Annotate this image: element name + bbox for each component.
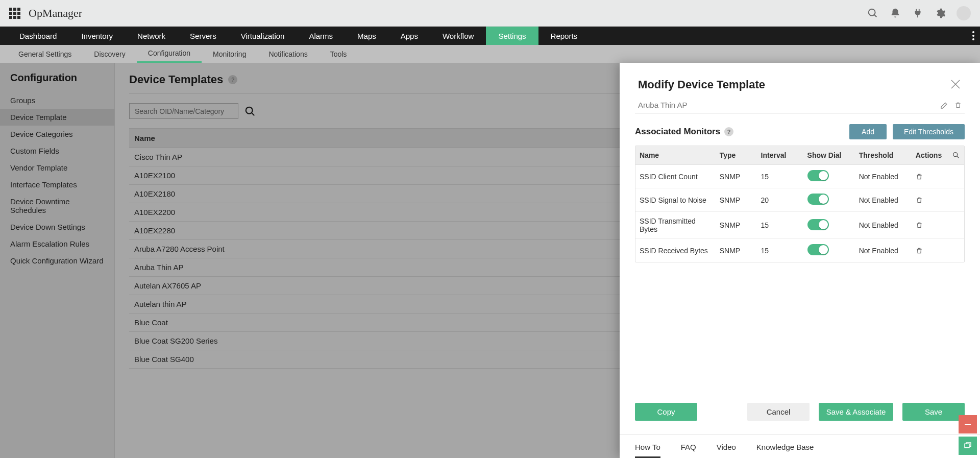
add-button[interactable]: Add [849, 124, 887, 139]
main-area: Configuration GroupsDevice TemplateDevic… [0, 63, 980, 458]
help-icon[interactable]: ? [724, 127, 733, 136]
show-dial-toggle[interactable] [807, 219, 829, 230]
show-dial-toggle[interactable] [807, 194, 829, 205]
more-menu-icon[interactable] [972, 27, 975, 45]
panel-title: Modify Device Template [638, 78, 765, 91]
nav-tab-servers[interactable]: Servers [178, 27, 229, 45]
mon-interval: 15 [757, 165, 803, 188]
topbar: OpManager [0, 0, 980, 27]
delete-icon[interactable] [954, 101, 962, 109]
cancel-button[interactable]: Cancel [747, 403, 810, 421]
help-tab-faq[interactable]: FAQ [681, 443, 696, 458]
nav-tab-maps[interactable]: Maps [345, 27, 388, 45]
svg-point-0 [869, 9, 875, 15]
subnav-tools[interactable]: Tools [319, 45, 358, 63]
trash-icon[interactable] [916, 221, 944, 229]
search-icon[interactable] [867, 7, 879, 19]
mcol-search[interactable] [948, 146, 964, 165]
edit-icon[interactable] [940, 101, 948, 109]
svg-rect-12 [965, 444, 969, 448]
avatar[interactable] [957, 6, 971, 20]
mon-name: SSID Client Count [635, 165, 716, 188]
trash-icon[interactable] [916, 247, 944, 255]
trash-icon[interactable] [916, 196, 944, 204]
nav-tab-virtualization[interactable]: Virtualization [229, 27, 297, 45]
main-nav: DashboardInventoryNetworkServersVirtuali… [0, 27, 980, 45]
mcol-name: Name [635, 146, 716, 165]
device-name-row: Aruba Thin AP [635, 101, 965, 114]
fab-expand[interactable] [959, 437, 977, 455]
mcol-interval: Interval [757, 146, 803, 165]
svg-point-3 [972, 35, 974, 37]
close-icon[interactable] [950, 79, 962, 90]
nav-tab-alarms[interactable]: Alarms [297, 27, 345, 45]
trash-icon[interactable] [916, 173, 944, 181]
apps-grid-icon[interactable] [9, 8, 20, 19]
svg-point-9 [953, 153, 957, 157]
mon-interval: 20 [757, 188, 803, 212]
save-button[interactable]: Save [902, 403, 965, 421]
monitor-row: SSID Received BytesSNMP15Not Enabled [635, 239, 964, 262]
fab-minimize[interactable] [959, 415, 977, 433]
nav-tab-reports[interactable]: Reports [538, 27, 590, 45]
mcol-actions: Actions [912, 146, 948, 165]
svg-point-2 [972, 31, 974, 33]
help-tabs: How ToFAQVideoKnowledge Base [620, 434, 980, 458]
topbar-icons [867, 6, 971, 20]
nav-tab-network[interactable]: Network [125, 27, 178, 45]
nav-tab-apps[interactable]: Apps [388, 27, 430, 45]
subnav-general-settings[interactable]: General Settings [7, 45, 83, 63]
device-name: Aruba Thin AP [638, 101, 687, 109]
mon-name: SSID Signal to Noise [635, 188, 716, 212]
sub-nav: General SettingsDiscoveryConfigurationMo… [0, 45, 980, 63]
show-dial-toggle[interactable] [807, 244, 829, 255]
mon-interval: 15 [757, 239, 803, 262]
modify-template-panel: Modify Device Template Aruba Thin AP Ass… [620, 63, 980, 458]
mon-threshold: Not Enabled [855, 212, 912, 239]
show-dial-toggle[interactable] [807, 170, 829, 181]
nav-tab-dashboard[interactable]: Dashboard [7, 27, 69, 45]
svg-line-10 [957, 156, 959, 158]
subnav-configuration[interactable]: Configuration [137, 45, 202, 63]
monitor-row: SSID Client CountSNMP15Not Enabled [635, 165, 964, 188]
mon-type: SNMP [716, 239, 757, 262]
monitor-row: SSID Signal to NoiseSNMP20Not Enabled [635, 188, 964, 212]
gear-icon[interactable] [934, 7, 946, 19]
mon-name: SSID Transmitted Bytes [635, 212, 716, 239]
help-tab-knowledge-base[interactable]: Knowledge Base [756, 443, 814, 458]
help-tab-video[interactable]: Video [717, 443, 736, 458]
subnav-notifications[interactable]: Notifications [257, 45, 318, 63]
monitor-row: SSID Transmitted BytesSNMP15Not Enabled [635, 212, 964, 239]
monitors-table: Name Type Interval Show Dial Threshold A… [635, 146, 964, 262]
brand-title: OpManager [29, 7, 82, 20]
svg-line-1 [874, 14, 877, 17]
nav-tab-settings[interactable]: Settings [486, 27, 538, 45]
nav-tab-workflow[interactable]: Workflow [430, 27, 486, 45]
help-tab-how-to[interactable]: How To [635, 443, 660, 458]
mon-threshold: Not Enabled [855, 165, 912, 188]
mcol-threshold: Threshold [855, 146, 912, 165]
subnav-monitoring[interactable]: Monitoring [202, 45, 257, 63]
mon-type: SNMP [716, 188, 757, 212]
subnav-discovery[interactable]: Discovery [83, 45, 136, 63]
edit-thresholds-button[interactable]: Edit Thresholds [893, 124, 965, 139]
copy-button[interactable]: Copy [635, 403, 697, 421]
mon-type: SNMP [716, 165, 757, 188]
save-associate-button[interactable]: Save & Associate [819, 403, 893, 421]
svg-rect-11 [965, 424, 971, 425]
mon-threshold: Not Enabled [855, 239, 912, 262]
plug-icon[interactable] [912, 7, 924, 19]
fab-stack [959, 415, 977, 455]
mon-name: SSID Received Bytes [635, 239, 716, 262]
mon-threshold: Not Enabled [855, 188, 912, 212]
mcol-showdial: Show Dial [803, 146, 855, 165]
nav-tab-inventory[interactable]: Inventory [69, 27, 125, 45]
mon-interval: 15 [757, 212, 803, 239]
svg-point-4 [972, 38, 974, 40]
mcol-type: Type [716, 146, 757, 165]
panel-actions: Copy Cancel Save & Associate Save [620, 391, 980, 434]
associated-monitors-title: Associated Monitors [635, 127, 720, 137]
mon-type: SNMP [716, 212, 757, 239]
bell-icon[interactable] [889, 7, 901, 19]
